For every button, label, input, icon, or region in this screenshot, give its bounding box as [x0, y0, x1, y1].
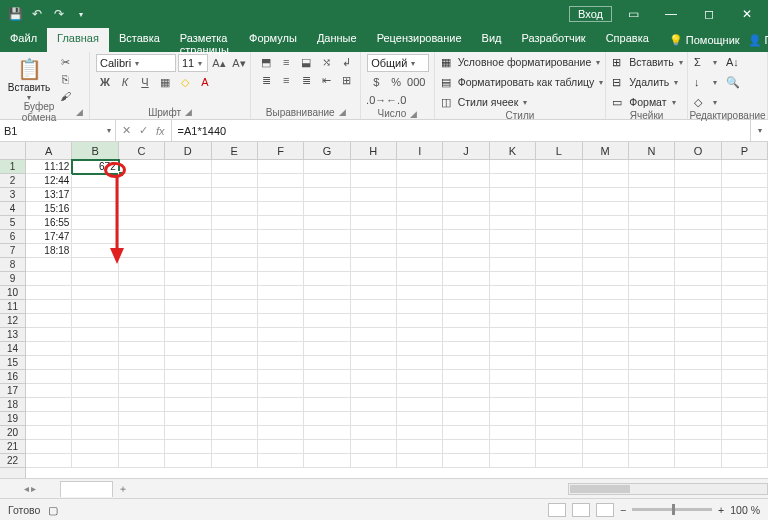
row-header[interactable]: 10: [0, 286, 25, 300]
number-format-combo[interactable]: Общий▾: [367, 54, 429, 72]
cell[interactable]: [443, 272, 489, 286]
col-header[interactable]: E: [212, 142, 258, 159]
row-header[interactable]: 12: [0, 314, 25, 328]
cell[interactable]: [675, 216, 721, 230]
cell[interactable]: [258, 174, 304, 188]
align-top-icon[interactable]: ⬒: [257, 54, 275, 70]
cell[interactable]: [490, 398, 536, 412]
cell[interactable]: [119, 188, 165, 202]
cell[interactable]: [351, 188, 397, 202]
cell[interactable]: [119, 300, 165, 314]
page-break-view-icon[interactable]: [596, 503, 614, 517]
cell[interactable]: [536, 370, 582, 384]
cell[interactable]: [443, 160, 489, 174]
cell[interactable]: [722, 328, 768, 342]
cell[interactable]: [165, 272, 211, 286]
cell[interactable]: [536, 328, 582, 342]
cell[interactable]: [258, 384, 304, 398]
cell[interactable]: [72, 342, 118, 356]
cell[interactable]: [536, 426, 582, 440]
cell[interactable]: [304, 398, 350, 412]
cell[interactable]: [304, 286, 350, 300]
cell[interactable]: [583, 342, 629, 356]
dialog-launcher-icon[interactable]: ◢: [185, 107, 192, 117]
cell[interactable]: [490, 188, 536, 202]
cell[interactable]: [119, 440, 165, 454]
cell[interactable]: [722, 286, 768, 300]
cell[interactable]: [119, 230, 165, 244]
cell[interactable]: [212, 216, 258, 230]
row-header[interactable]: 6: [0, 230, 25, 244]
cell[interactable]: [304, 356, 350, 370]
expand-formula-bar-icon[interactable]: ▾: [750, 120, 768, 141]
col-header[interactable]: L: [536, 142, 582, 159]
cell[interactable]: [536, 412, 582, 426]
currency-icon[interactable]: $: [367, 74, 385, 90]
cell[interactable]: [443, 244, 489, 258]
ribbon-options-icon[interactable]: ▭: [616, 3, 650, 25]
cell[interactable]: [351, 328, 397, 342]
cell[interactable]: [722, 356, 768, 370]
cell[interactable]: [629, 202, 675, 216]
row-header[interactable]: 11: [0, 300, 25, 314]
cell[interactable]: [351, 202, 397, 216]
cell[interactable]: [722, 230, 768, 244]
cell[interactable]: [490, 174, 536, 188]
merge-icon[interactable]: ⊞: [337, 72, 355, 88]
cell-styles-button[interactable]: ◫Стили ячеек▾: [441, 94, 528, 110]
cell[interactable]: [443, 258, 489, 272]
cell[interactable]: [675, 244, 721, 258]
cell[interactable]: [304, 384, 350, 398]
cell[interactable]: [629, 286, 675, 300]
col-header[interactable]: P: [722, 142, 768, 159]
cell[interactable]: [258, 244, 304, 258]
cell[interactable]: [351, 216, 397, 230]
cell[interactable]: [351, 258, 397, 272]
cell[interactable]: [258, 398, 304, 412]
copy-icon[interactable]: ⎘: [56, 71, 74, 87]
cell[interactable]: [443, 356, 489, 370]
cell[interactable]: 11:12: [26, 160, 72, 174]
zoom-in-icon[interactable]: +: [718, 504, 724, 516]
cell[interactable]: [443, 230, 489, 244]
cell[interactable]: [258, 426, 304, 440]
cell[interactable]: [583, 384, 629, 398]
row-header[interactable]: 22: [0, 454, 25, 468]
cell[interactable]: [397, 188, 443, 202]
cell[interactable]: [119, 174, 165, 188]
cell[interactable]: [490, 370, 536, 384]
cell[interactable]: [629, 314, 675, 328]
italic-icon[interactable]: К: [116, 74, 134, 90]
col-header[interactable]: O: [675, 142, 721, 159]
cell[interactable]: [629, 188, 675, 202]
cell[interactable]: [583, 454, 629, 468]
cell[interactable]: [490, 314, 536, 328]
format-as-table-button[interactable]: ▤Форматировать как таблицу▾: [441, 74, 604, 90]
cell[interactable]: [675, 160, 721, 174]
cell[interactable]: [397, 370, 443, 384]
cell[interactable]: [351, 342, 397, 356]
cell[interactable]: [490, 160, 536, 174]
cell[interactable]: [258, 300, 304, 314]
cell[interactable]: [26, 356, 72, 370]
cell[interactable]: [583, 356, 629, 370]
cell[interactable]: [26, 342, 72, 356]
cell[interactable]: [119, 286, 165, 300]
cut-icon[interactable]: ✂: [56, 54, 74, 70]
cell[interactable]: [675, 454, 721, 468]
cell[interactable]: [583, 440, 629, 454]
col-header[interactable]: A: [26, 142, 72, 159]
cell[interactable]: [304, 426, 350, 440]
tab-help[interactable]: Справка: [596, 28, 659, 52]
cell[interactable]: [119, 398, 165, 412]
font-color-icon[interactable]: A: [196, 74, 214, 90]
cell[interactable]: [304, 160, 350, 174]
col-header[interactable]: J: [443, 142, 489, 159]
cell[interactable]: [165, 258, 211, 272]
cell[interactable]: [490, 412, 536, 426]
add-sheet-button[interactable]: ＋: [113, 482, 133, 496]
cell[interactable]: [212, 300, 258, 314]
cell[interactable]: [26, 328, 72, 342]
cell[interactable]: [304, 230, 350, 244]
cell[interactable]: [397, 426, 443, 440]
